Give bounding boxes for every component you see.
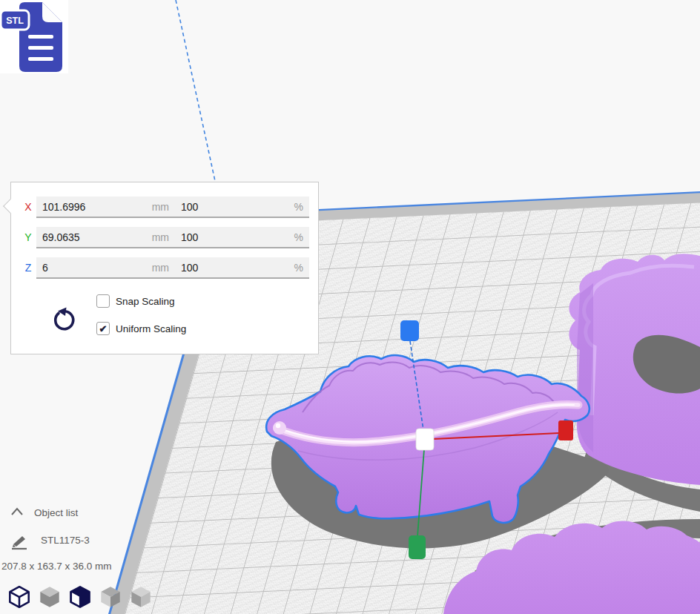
scale-handle-x[interactable] bbox=[558, 420, 573, 440]
snap-scaling-checkbox[interactable] bbox=[96, 294, 110, 308]
uniform-scaling-label: Uniform Scaling bbox=[116, 323, 186, 334]
snap-scaling-label: Snap Scaling bbox=[116, 296, 175, 307]
scale-y-percent-field[interactable]: % bbox=[175, 227, 309, 248]
document-line bbox=[28, 46, 53, 50]
unit-label: % bbox=[294, 201, 303, 213]
view-left-icon[interactable] bbox=[100, 586, 121, 608]
scale-x-mm-input[interactable] bbox=[42, 201, 124, 213]
view-3d-icon[interactable] bbox=[9, 586, 30, 608]
axis-label-x: X bbox=[22, 197, 35, 218]
scale-x-percent-field[interactable]: % bbox=[175, 197, 309, 218]
camera-view-toolbar bbox=[9, 586, 151, 608]
scale-z-percent-field[interactable]: % bbox=[175, 257, 309, 279]
view-top-icon[interactable] bbox=[70, 586, 90, 608]
scale-y-percent-input[interactable] bbox=[181, 231, 262, 243]
chevron-up-icon[interactable] bbox=[10, 507, 24, 516]
object-dimensions: 207.8 x 163.7 x 36.0 mm bbox=[1, 561, 112, 572]
scale-tool-panel: X mm % Y mm % Z mm % bbox=[10, 182, 319, 354]
axis-label-z: Z bbox=[22, 257, 35, 279]
scale-y-mm-field[interactable]: mm bbox=[36, 227, 175, 248]
scale-z-percent-input[interactable] bbox=[181, 262, 262, 274]
uniform-scaling-checkbox[interactable]: ✔ bbox=[96, 322, 110, 335]
scale-z-mm-field[interactable]: mm bbox=[36, 257, 175, 279]
unit-label: mm bbox=[152, 231, 169, 243]
scale-y-mm-input[interactable] bbox=[42, 231, 124, 243]
bathtub-rim-knob bbox=[273, 421, 286, 435]
bathtub-mold[interactable] bbox=[266, 355, 609, 548]
object-list-title[interactable]: Object list bbox=[34, 507, 78, 518]
scale-z-mm-input[interactable] bbox=[42, 262, 124, 274]
object-name[interactable]: STL1175-3 bbox=[41, 535, 90, 546]
scale-handle-y[interactable] bbox=[409, 535, 426, 559]
cutter-box-wall-shade bbox=[577, 283, 593, 452]
unit-label: % bbox=[294, 262, 303, 274]
bathtub-rim-knob-gloss bbox=[276, 423, 280, 428]
uniform-check-glyph: ✔ bbox=[99, 323, 108, 334]
rotate-ccw-icon bbox=[50, 307, 76, 334]
stl-file-tile[interactable]: STL bbox=[0, 0, 68, 73]
axis-label-y: Y bbox=[22, 227, 35, 248]
cura-3d-viewport-screen: { "file_badge": { "label": "STL" }, "sca… bbox=[0, 0, 700, 614]
document-line bbox=[28, 35, 53, 39]
scale-handle-center[interactable] bbox=[416, 429, 434, 450]
view-right-icon[interactable] bbox=[131, 586, 151, 608]
stl-badge-label: STL bbox=[6, 16, 24, 26]
unit-label: % bbox=[294, 231, 303, 243]
reset-scale-button[interactable] bbox=[50, 307, 76, 334]
edit-pencil-icon[interactable] bbox=[10, 531, 29, 550]
scale-handle-z[interactable] bbox=[400, 320, 419, 341]
scale-x-percent-input[interactable] bbox=[181, 201, 262, 213]
unit-label: mm bbox=[152, 262, 169, 274]
unit-label: mm bbox=[152, 201, 169, 213]
document-fold-icon bbox=[42, 2, 62, 22]
scale-x-mm-field[interactable]: mm bbox=[36, 197, 175, 218]
stl-file-icon: STL bbox=[0, 0, 68, 73]
document-line bbox=[28, 57, 53, 61]
view-front-icon[interactable] bbox=[39, 586, 60, 608]
